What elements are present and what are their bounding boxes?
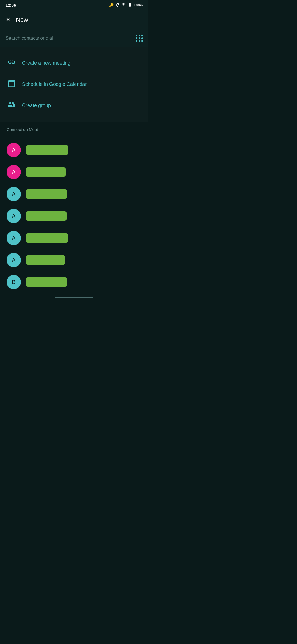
status-time: 12:06 <box>6 3 16 7</box>
avatar: A <box>7 187 21 201</box>
dialpad-dot <box>136 40 138 42</box>
page-title: New <box>16 16 28 23</box>
key-icon: 🔑 <box>109 3 114 7</box>
contact-name <box>26 233 68 243</box>
connect-label: Connect on Meet <box>7 127 142 132</box>
contact-item[interactable]: A <box>0 227 148 249</box>
wifi-icon <box>121 2 126 8</box>
dialpad-dot <box>141 37 143 39</box>
group-add-icon <box>7 100 16 111</box>
contact-name <box>26 277 67 287</box>
avatar: A <box>7 253 21 267</box>
battery-icon <box>127 2 132 8</box>
dialpad-dot <box>136 37 138 39</box>
contact-name <box>26 211 67 221</box>
avatar: B <box>7 275 21 289</box>
close-button[interactable]: ✕ <box>6 17 10 23</box>
create-meeting-label: Create a new meeting <box>22 60 70 66</box>
calendar-icon <box>7 79 16 89</box>
status-bar: 12:06 🔑 100% <box>0 0 148 10</box>
schedule-calendar-label: Schedule in Google Calendar <box>22 81 87 87</box>
contact-item[interactable]: A <box>0 183 148 205</box>
dialpad-dot <box>139 40 140 42</box>
link-icon <box>7 58 16 68</box>
home-bar <box>55 297 94 298</box>
contact-item[interactable]: A <box>0 139 148 161</box>
search-placeholder: Search contacts or dial <box>6 36 53 41</box>
home-indicator <box>0 293 148 301</box>
dialpad-dot <box>141 35 143 36</box>
dialpad-dot <box>141 40 143 42</box>
avatar: A <box>7 143 21 157</box>
search-bar[interactable]: Search contacts or dial <box>0 30 148 47</box>
create-group-item[interactable]: Create group <box>0 95 148 116</box>
create-group-label: Create group <box>22 103 51 108</box>
contact-list: AAAAAAB <box>0 139 148 293</box>
dialpad-dot <box>136 35 138 36</box>
actions-section: Create a new meeting Schedule in Google … <box>0 47 148 122</box>
connect-section: Connect on Meet <box>0 122 148 139</box>
contact-name <box>26 189 67 199</box>
contact-item[interactable]: A <box>0 205 148 227</box>
mute-icon <box>115 2 120 8</box>
dialpad-button[interactable] <box>136 35 143 42</box>
avatar: A <box>7 231 21 245</box>
avatar: A <box>7 165 21 179</box>
header: ✕ New <box>0 10 148 30</box>
contact-item[interactable]: B <box>0 271 148 293</box>
avatar: A <box>7 209 21 223</box>
contact-name <box>26 145 68 155</box>
dialpad-dot <box>139 37 140 39</box>
contact-name <box>26 167 66 177</box>
contact-name <box>26 255 65 265</box>
contact-item[interactable]: A <box>0 249 148 271</box>
battery-percent: 100% <box>134 3 143 7</box>
schedule-calendar-item[interactable]: Schedule in Google Calendar <box>0 74 148 95</box>
status-icons: 🔑 100% <box>109 2 143 8</box>
contact-item[interactable]: A <box>0 161 148 183</box>
create-meeting-item[interactable]: Create a new meeting <box>0 53 148 74</box>
dialpad-dot <box>139 35 140 36</box>
